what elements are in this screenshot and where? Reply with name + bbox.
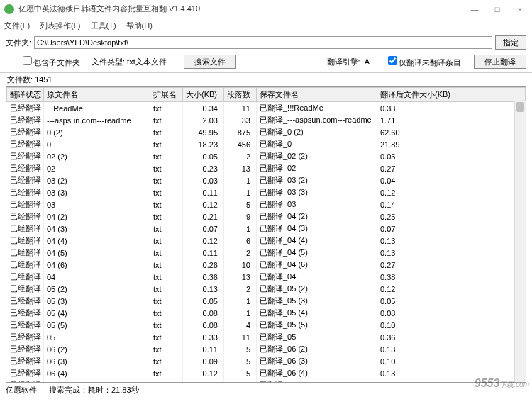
cell-status: 已经翻译 — [7, 186, 44, 198]
cell-ext: txt — [150, 271, 183, 283]
cell-orig: 06 (4) — [44, 367, 150, 379]
cell-status: 已经翻译 — [7, 114, 44, 126]
table-row[interactable]: 已经翻译 03 (3) txt 0.11 1 已翻译_03 (3) 0.12 — [7, 186, 526, 198]
cell-status: 已经翻译 — [7, 379, 44, 383]
cell-status: 已经翻译 — [7, 150, 44, 162]
cell-status: 已经翻译 — [7, 331, 44, 343]
col-status[interactable]: 翻译状态 — [7, 88, 44, 102]
maximize-button[interactable]: □ — [492, 5, 502, 13]
cell-saved: 已翻译_06 (5) — [257, 379, 377, 383]
table-row[interactable]: 已经翻译 ---aspsun.com---readme txt 2.03 33 … — [7, 114, 526, 126]
table-row[interactable]: 已经翻译 04 (6) txt 0.26 10 已翻译_04 (6) 0.27 — [7, 259, 526, 271]
status-search-done: 搜索完成：耗时：21.83秒 — [43, 383, 145, 397]
search-files-button[interactable]: 搜索文件 — [184, 55, 236, 69]
cell-size: 18.23 — [183, 138, 224, 150]
table-row[interactable]: 已经翻译 05 (2) txt 0.13 2 已翻译_05 (2) 0.12 — [7, 283, 526, 295]
scrollbar-thumb[interactable] — [516, 102, 524, 112]
menu-list[interactable]: 列表操作(L) — [40, 21, 80, 31]
folder-path-input[interactable] — [34, 36, 492, 49]
table-row[interactable]: 已经翻译 05 (4) txt 0.08 1 已翻译_05 (4) 0.08 — [7, 307, 526, 319]
col-size[interactable]: 大小(KB) — [183, 88, 224, 102]
cell-saved: 已翻译_06 (2) — [257, 343, 377, 355]
menu-file[interactable]: 文件(F) — [4, 21, 30, 31]
table-row[interactable]: 已经翻译 04 (4) txt 0.12 6 已翻译_04 (4) 0.13 — [7, 235, 526, 247]
table-row[interactable]: 已经翻译 05 txt 0.33 11 已翻译_05 0.36 — [7, 331, 526, 343]
table-row[interactable]: 已经翻译 03 txt 0.12 5 已翻译_03 0.14 — [7, 198, 526, 211]
cell-ext: txt — [150, 355, 183, 367]
cell-status: 已经翻译 — [7, 162, 44, 174]
cell-tsize: 0.13 — [377, 367, 526, 379]
cell-orig: ---aspsun.com---readme — [44, 114, 150, 126]
statusbar: 亿愿软件 搜索完成：耗时：21.83秒 — [0, 383, 532, 397]
cell-ext: txt — [150, 198, 183, 211]
menu-tool[interactable]: 工具(T) — [91, 21, 116, 31]
cell-para: 1 — [224, 223, 257, 235]
cell-para: 5 — [224, 343, 257, 355]
cell-orig: 05 (2) — [44, 283, 150, 295]
col-orig[interactable]: 原文件名 — [44, 88, 150, 102]
col-ext[interactable]: 扩展名 — [150, 88, 183, 102]
cell-tsize: 0.08 — [377, 307, 526, 319]
table-row[interactable]: 已经翻译 06 (2) txt 0.11 5 已翻译_06 (2) 0.13 — [7, 343, 526, 355]
cell-orig: 04 (5) — [44, 247, 150, 259]
cell-status: 已经翻译 — [7, 126, 44, 138]
filecount-row: 文件数: 1451 — [0, 72, 532, 86]
cell-status: 已经翻译 — [7, 211, 44, 223]
cell-saved: 已翻译_02 — [257, 162, 377, 174]
table-row[interactable]: 已经翻译 03 (2) txt 0.03 1 已翻译_03 (2) 0.04 — [7, 174, 526, 186]
cell-tsize: 0.38 — [377, 271, 526, 283]
table-row[interactable]: 已经翻译 0 (2) txt 49.95 875 已翻译_0 (2) 62.60 — [7, 126, 526, 138]
cell-size: 0.11 — [183, 186, 224, 198]
table-row[interactable]: 已经翻译 04 (2) txt 0.21 9 已翻译_04 (2) 0.25 — [7, 211, 526, 223]
cell-tsize: 0.27 — [377, 162, 526, 174]
table-row[interactable]: 已经翻译 04 txt 0.36 13 已翻译_04 0.38 — [7, 271, 526, 283]
table-row[interactable]: 已经翻译 04 (5) txt 0.11 2 已翻译_04 (5) 0.13 — [7, 247, 526, 259]
minimize-button[interactable]: — — [470, 5, 480, 13]
col-saved[interactable]: 保存文件名 — [257, 88, 377, 102]
cell-size: 0.07 — [183, 223, 224, 235]
include-subfolder-checkbox[interactable]: 包含子文件夹 — [23, 56, 80, 68]
table-row[interactable]: 已经翻译 02 txt 0.23 13 已翻译_02 0.27 — [7, 162, 526, 174]
table-row[interactable]: 已经翻译 05 (3) txt 0.05 1 已翻译_05 (3) 0.05 — [7, 295, 526, 307]
cell-tsize: 1.71 — [377, 114, 526, 126]
only-untranslated-checkbox[interactable]: 仅翻译未翻译条目 — [388, 56, 461, 68]
cell-size: 0.26 — [183, 259, 224, 271]
cell-tsize: 0.12 — [377, 186, 526, 198]
engine-value[interactable]: A — [365, 57, 370, 66]
cell-para: 6 — [224, 235, 257, 247]
table-row[interactable]: 已经翻译 05 (5) txt 0.08 4 已翻译_05 (5) 0.10 — [7, 319, 526, 331]
cell-para: 13 — [224, 271, 257, 283]
cell-ext: txt — [150, 235, 183, 247]
cell-size: 49.95 — [183, 126, 224, 138]
vertical-scrollbar[interactable] — [514, 101, 526, 382]
table-row[interactable]: 已经翻译 02 (2) txt 0.05 2 已翻译_02 (2) 0.05 — [7, 150, 526, 162]
status-brand: 亿愿软件 — [0, 383, 43, 397]
col-tsize[interactable]: 翻译后文件大小(KB) — [377, 88, 526, 102]
cell-ext: txt — [150, 114, 183, 126]
table-row[interactable]: 已经翻译 06 (3) txt 0.09 5 已翻译_06 (3) 0.10 — [7, 355, 526, 367]
col-para[interactable]: 段落数 — [224, 88, 257, 102]
cell-size: 0.12 — [183, 367, 224, 379]
cell-ext: txt — [150, 150, 183, 162]
table-row[interactable]: 已经翻译 0 txt 18.23 456 已翻译_0 21.89 — [7, 138, 526, 150]
menu-help[interactable]: 帮助(H) — [126, 21, 153, 31]
folder-label: 文件夹: — [6, 38, 31, 48]
table-row[interactable]: 已经翻译 06 (5) txt 0.11 4 已翻译_06 (5) 0.12 — [7, 379, 526, 383]
set-folder-button[interactable]: 指定 — [495, 35, 526, 50]
table-row[interactable]: 已经翻译 !!!ReadMe txt 0.34 11 已翻译_!!!ReadMe… — [7, 102, 526, 115]
cell-tsize: 0.27 — [377, 259, 526, 271]
cell-status: 已经翻译 — [7, 247, 44, 259]
cell-para: 5 — [224, 198, 257, 211]
cell-para: 1 — [224, 295, 257, 307]
cell-saved: 已翻译_04 (3) — [257, 223, 377, 235]
table-row[interactable]: 已经翻译 06 (4) txt 0.12 5 已翻译_06 (4) 0.13 — [7, 367, 526, 379]
table-row[interactable]: 已经翻译 04 (3) txt 0.07 1 已翻译_04 (3) 0.07 — [7, 223, 526, 235]
close-button[interactable]: × — [515, 5, 525, 13]
cell-saved: 已翻译_02 (2) — [257, 150, 377, 162]
stop-translate-button[interactable]: 停止翻译 — [474, 55, 526, 69]
file-table: 翻译状态 原文件名 扩展名 大小(KB) 段落数 保存文件名 翻译后文件大小(K… — [6, 87, 526, 383]
app-icon — [4, 4, 14, 14]
cell-orig: 06 (2) — [44, 343, 150, 355]
cell-saved: 已翻译_03 (2) — [257, 174, 377, 186]
cell-status: 已经翻译 — [7, 174, 44, 186]
